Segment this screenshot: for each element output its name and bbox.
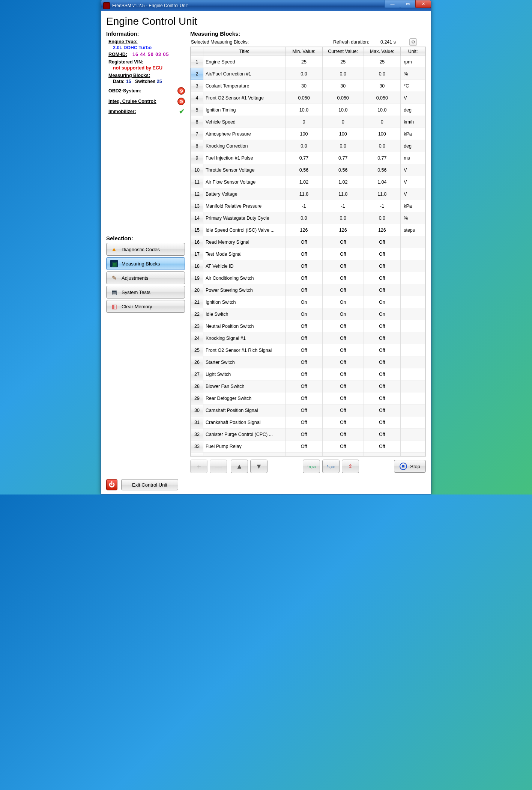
table-row[interactable]: 32Canister Purge Control (CPC) ...OffOff… (191, 428, 425, 440)
col-max[interactable]: Max. Value: (364, 47, 401, 56)
row-index[interactable]: 10 (191, 164, 203, 176)
row-index[interactable]: 28 (191, 380, 203, 392)
remove-block-button[interactable]: — (210, 460, 227, 473)
close-button[interactable]: ✕ (415, 0, 431, 8)
system-tests-label: System Tests (122, 289, 150, 295)
clear-memory-button[interactable]: ◧ Clear Memory (106, 300, 185, 313)
col-unit[interactable]: Unit: (401, 47, 425, 56)
table-row[interactable]: 20Power Steering SwitchOffOffOff (191, 284, 425, 296)
row-index[interactable]: 6 (191, 116, 203, 128)
table-row[interactable]: 15Idle Speed Control (ISC) Valve ...1261… (191, 224, 425, 236)
add-block-button[interactable]: ＋ (190, 460, 207, 473)
row-index[interactable]: 23 (191, 320, 203, 332)
reset-all-button[interactable]: ⇕ (342, 460, 359, 473)
table-row[interactable]: 33Fuel Pump RelayOffOffOff (191, 440, 425, 452)
minimize-button[interactable]: — (385, 0, 400, 8)
row-index[interactable]: 18 (191, 260, 203, 272)
row-index[interactable]: 1 (191, 56, 203, 68)
row-index[interactable]: 30 (191, 404, 203, 416)
col-min[interactable]: Min. Value: (286, 47, 323, 56)
system-tests-button[interactable]: ▤ System Tests (106, 286, 185, 299)
row-index[interactable]: 24 (191, 332, 203, 344)
row-index[interactable]: 3 (191, 80, 203, 92)
table-row[interactable]: 16Read Memory SignalOffOffOff (191, 236, 425, 248)
mb-table-scroll[interactable]: Title: Min. Value: Current Value: Max. V… (191, 47, 425, 456)
table-row[interactable]: 31Crankshaft Position SignalOffOffOff (191, 416, 425, 428)
table-row[interactable]: 17Test Mode SignalOffOffOff (191, 248, 425, 260)
row-index[interactable]: 19 (191, 272, 203, 284)
row-index[interactable]: 33 (191, 440, 203, 452)
row-index[interactable]: 20 (191, 284, 203, 296)
table-row[interactable]: 13Manifold Relative Pressure-1-1-1kPa (191, 200, 425, 212)
row-index[interactable]: 2 (191, 68, 203, 80)
row-index[interactable]: 21 (191, 296, 203, 308)
row-index[interactable]: 8 (191, 140, 203, 152)
max-reset-button[interactable]: ↑9,68 (322, 460, 340, 473)
exit-control-unit-button[interactable]: Exit Control Unit (121, 479, 178, 490)
table-row[interactable]: 27Light SwitchOffOffOff (191, 368, 425, 380)
table-row[interactable]: 11Air Flow Sensor Voltage1.021.021.04V (191, 176, 425, 188)
row-index[interactable]: 17 (191, 248, 203, 260)
table-row[interactable]: 28Blower Fan SwitchOffOffOff (191, 380, 425, 392)
row-index[interactable]: 32 (191, 428, 203, 440)
table-row[interactable]: 25Front O2 Sensor #1 Rich SignalOffOffOf… (191, 344, 425, 356)
table-row[interactable]: 21Ignition SwitchOnOnOn (191, 296, 425, 308)
titlebar[interactable]: FreeSSM v1.2.5 - Engine Control Unit — ▭… (101, 0, 431, 11)
eraser-icon: ◧ (110, 303, 118, 310)
measuring-blocks-button[interactable]: ▣ Measuring Blocks (106, 257, 185, 270)
row-title: Manifold Relative Pressure (203, 200, 285, 212)
table-row[interactable]: 1Engine Speed252525rpm (191, 56, 425, 68)
table-row[interactable]: 22Idle SwitchOnOnOn (191, 308, 425, 320)
row-index[interactable]: 9 (191, 152, 203, 164)
row-unit (401, 356, 425, 368)
maximize-button[interactable]: ▭ (400, 0, 416, 8)
table-row[interactable]: 7Atmosphere Pressure100100100kPa (191, 128, 425, 140)
refresh-settings-button[interactable]: ⚙ (409, 38, 417, 46)
row-min: 126 (286, 224, 323, 236)
col-index[interactable] (191, 47, 203, 56)
table-row[interactable]: 9Fuel Injection #1 Pulse0.770.770.77ms (191, 152, 425, 164)
table-row[interactable]: 10Throttle Sensor Voltage0.560.560.56V (191, 164, 425, 176)
table-row[interactable]: 5Ignition Timing10.010.010.0deg (191, 104, 425, 116)
move-up-button[interactable]: ▲ (231, 460, 248, 473)
table-row[interactable]: 3Coolant Temperature303030°C (191, 80, 425, 92)
table-row[interactable]: 19Air Conditioning SwitchOffOffOff (191, 272, 425, 284)
table-row[interactable]: 18AT Vehicle IDOffOffOff (191, 260, 425, 272)
move-down-button[interactable]: ▼ (250, 460, 268, 473)
table-row[interactable]: 29Rear Defogger SwitchOffOffOff (191, 392, 425, 404)
stop-button[interactable]: Stop (394, 460, 426, 473)
row-index[interactable]: 11 (191, 176, 203, 188)
table-row[interactable]: 26Starter SwitchOffOffOff (191, 356, 425, 368)
row-max: On (364, 308, 401, 320)
row-index[interactable]: 27 (191, 368, 203, 380)
table-row[interactable]: 8Knocking Correction0.00.00.0deg (191, 140, 425, 152)
row-index[interactable]: 34 (191, 452, 203, 457)
table-row[interactable]: 34Radiator Fan Relay #2OffOffOff (191, 452, 425, 457)
col-current[interactable]: Current Value: (322, 47, 364, 56)
table-row[interactable]: 30Camshaft Position SignalOffOffOff (191, 404, 425, 416)
row-index[interactable]: 22 (191, 308, 203, 320)
col-title[interactable]: Title: (203, 47, 285, 56)
row-index[interactable]: 4 (191, 92, 203, 104)
row-index[interactable]: 29 (191, 392, 203, 404)
adjustments-button[interactable]: ✎ Adjustments (106, 271, 185, 284)
table-row[interactable]: 2Air/Fuel Correction #10.00.00.0% (191, 68, 425, 80)
min-reset-button[interactable]: ↓9,68 (303, 460, 320, 473)
table-row[interactable]: 4Front O2 Sensor #1 Voltage0.0500.0500.0… (191, 92, 425, 104)
row-index[interactable]: 16 (191, 236, 203, 248)
row-index[interactable]: 5 (191, 104, 203, 116)
table-row[interactable]: 23Neutral Position SwitchOffOffOff (191, 320, 425, 332)
row-index[interactable]: 31 (191, 416, 203, 428)
row-index[interactable]: 12 (191, 188, 203, 200)
row-index[interactable]: 25 (191, 344, 203, 356)
table-row[interactable]: 24Knocking Signal #1OffOffOff (191, 332, 425, 344)
table-row[interactable]: 6Vehicle Speed000km/h (191, 116, 425, 128)
row-index[interactable]: 26 (191, 356, 203, 368)
row-index[interactable]: 7 (191, 128, 203, 140)
table-row[interactable]: 14Primary Wastegate Duty Cycle0.00.00.0% (191, 212, 425, 224)
table-row[interactable]: 12Battery Voltage11.811.811.8V (191, 188, 425, 200)
row-index[interactable]: 13 (191, 200, 203, 212)
row-index[interactable]: 15 (191, 224, 203, 236)
row-index[interactable]: 14 (191, 212, 203, 224)
diagnostic-codes-button[interactable]: ▲ Diagnostic Codes (106, 243, 185, 256)
